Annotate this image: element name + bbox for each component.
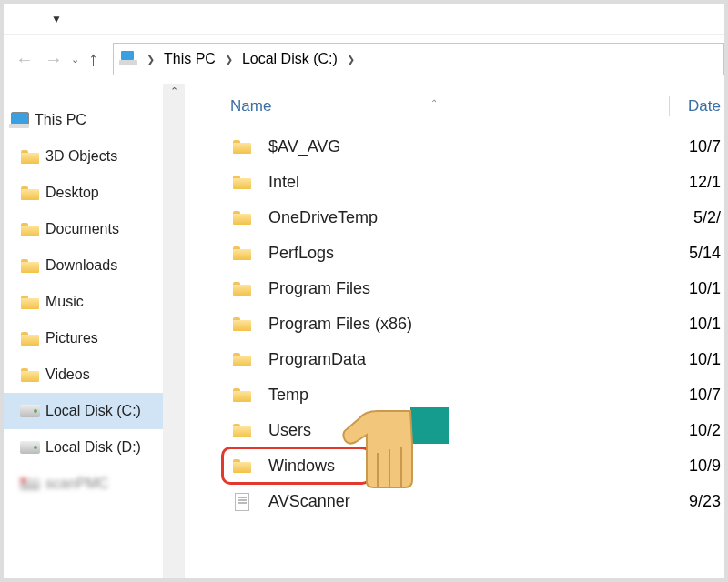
list-item[interactable]: Intel 12/1 (230, 165, 724, 200)
nav-history-dropdown-icon[interactable]: ⌄ (71, 54, 79, 65)
monitor-icon (9, 110, 29, 130)
sidebar-item-music[interactable]: Music (4, 284, 163, 320)
file-name: Temp (268, 386, 724, 405)
column-separator[interactable] (669, 96, 670, 116)
file-name: Users (268, 421, 724, 440)
file-name: OneDriveTemp (268, 208, 724, 227)
folder-icon (230, 424, 254, 437)
sidebar-item-label: Music (46, 294, 84, 310)
document-icon (230, 493, 254, 511)
folder-icon (230, 176, 254, 189)
folder-icon (230, 459, 254, 473)
file-date: 12/1 (689, 173, 721, 192)
navigation-bar: ← → ⌄ ↑ ❯ This PC ❯ Local Disk (C:) ❯ (4, 35, 724, 84)
file-list: $AV_AVG 10/7 Intel 12/1 OneDriveTemp 5/2… (230, 129, 724, 519)
file-name: Program Files (x86) (268, 315, 724, 334)
file-date: 10/7 (689, 386, 721, 405)
file-name: Intel (268, 173, 724, 192)
file-date: 10/9 (689, 457, 721, 476)
file-list-pane: Name ⌃ Date $AV_AVG 10/7 Intel 12/1 OneD… (185, 84, 724, 578)
folder-icon (20, 219, 40, 239)
list-item[interactable]: PerfLogs 5/14 (230, 236, 724, 271)
titlebar: ▼ (4, 4, 724, 35)
drive-icon (119, 51, 139, 67)
chevron-right-icon[interactable]: ❯ (343, 54, 359, 65)
sort-indicator-icon: ⌃ (430, 98, 438, 108)
file-date: 10/1 (689, 315, 721, 334)
list-item[interactable]: ProgramData 10/1 (230, 342, 724, 377)
folder-icon (20, 292, 40, 312)
sidebar-item-downloads[interactable]: Downloads (4, 247, 163, 284)
sidebar-item-label: Desktop (46, 185, 99, 201)
breadcrumb-this-pc[interactable]: This PC (162, 49, 217, 69)
nav-forward-icon: → (42, 47, 66, 71)
file-date: 10/1 (689, 350, 721, 369)
sidebar-item-this-pc[interactable]: This PC (4, 102, 163, 138)
file-date: 9/23 (689, 492, 721, 511)
folder-icon (230, 317, 254, 331)
main-area: This PC 3D Objects Desktop Documents Dow… (4, 84, 724, 578)
svg-rect-0 (410, 407, 449, 444)
file-name: AVScanner (268, 492, 724, 511)
file-date: 10/7 (689, 137, 721, 156)
sidebar-item-label: Pictures (46, 330, 98, 346)
nav-up-icon[interactable]: ↑ (88, 47, 98, 71)
folder-icon (230, 388, 254, 402)
folder-icon (20, 183, 40, 203)
annotation-pointer-hand-icon (339, 400, 449, 491)
folder-icon (20, 146, 40, 166)
list-item[interactable]: $AV_AVG 10/7 (230, 129, 724, 165)
file-date: 5/14 (689, 244, 721, 263)
list-item[interactable]: Temp 10/7 (230, 377, 724, 413)
folder-icon (20, 256, 40, 276)
column-header-date[interactable]: Date (688, 97, 721, 115)
list-item[interactable]: OneDriveTemp 5/2/ (230, 200, 724, 236)
file-date: 5/2/ (693, 208, 721, 227)
chevron-right-icon[interactable]: ❯ (221, 54, 237, 65)
list-item[interactable]: Program Files (x86) 10/1 (230, 306, 724, 342)
navigation-pane: This PC 3D Objects Desktop Documents Dow… (4, 84, 163, 578)
sidebar-item-local-disk-c[interactable]: Local Disk (C:) (4, 393, 163, 429)
list-item-windows[interactable]: Windows 10/9 (230, 448, 724, 484)
sidebar-item-label: This PC (35, 112, 86, 128)
sidebar-item-videos[interactable]: Videos (4, 356, 163, 393)
sidebar-item-label: scanPMC (46, 476, 108, 492)
sidebar-item-pictures[interactable]: Pictures (4, 320, 163, 356)
file-name: PerfLogs (268, 244, 724, 263)
folder-icon (20, 365, 40, 385)
file-name: ProgramData (268, 350, 724, 369)
file-name: $AV_AVG (268, 137, 724, 156)
sidebar-item-label: Downloads (46, 257, 117, 274)
list-item[interactable]: Program Files 10/1 (230, 271, 724, 306)
list-item[interactable]: AVScanner 9/23 (230, 484, 724, 519)
folder-icon (230, 353, 254, 366)
folder-icon (230, 211, 254, 225)
sidebar-item-label: Local Disk (D:) (46, 439, 141, 456)
column-headers: Name ⌃ Date (230, 93, 724, 120)
chevron-right-icon[interactable]: ❯ (143, 54, 158, 65)
sidebar-item-disconnected-drive[interactable]: scanPMC (4, 466, 163, 502)
sidebar-item-label: Documents (46, 221, 119, 237)
qat-dropdown-icon[interactable]: ▼ (51, 13, 62, 25)
sidebar-item-documents[interactable]: Documents (4, 211, 163, 247)
list-item[interactable]: Users 10/2 (230, 413, 724, 448)
file-date: 10/2 (689, 421, 721, 440)
folder-icon (230, 246, 254, 260)
scroll-up-icon[interactable]: ⌃ (163, 85, 185, 97)
sidebar-item-3d-objects[interactable]: 3D Objects (4, 138, 163, 175)
drive-icon (20, 437, 40, 457)
sidebar-item-label: 3D Objects (46, 148, 117, 165)
folder-icon (20, 328, 40, 348)
breadcrumb-local-disk-c[interactable]: Local Disk (C:) (240, 49, 339, 69)
address-bar[interactable]: ❯ This PC ❯ Local Disk (C:) ❯ (113, 43, 724, 75)
drive-icon (20, 401, 40, 421)
file-date: 10/1 (689, 279, 721, 298)
scrollbar[interactable]: ⌃ (163, 84, 185, 578)
folder-icon (230, 282, 254, 296)
drive-x-icon (20, 474, 40, 494)
file-name: Program Files (268, 279, 724, 298)
sidebar-item-desktop[interactable]: Desktop (4, 175, 163, 211)
folder-icon (230, 140, 254, 154)
sidebar-item-label: Videos (46, 366, 90, 383)
sidebar-item-local-disk-d[interactable]: Local Disk (D:) (4, 429, 163, 466)
